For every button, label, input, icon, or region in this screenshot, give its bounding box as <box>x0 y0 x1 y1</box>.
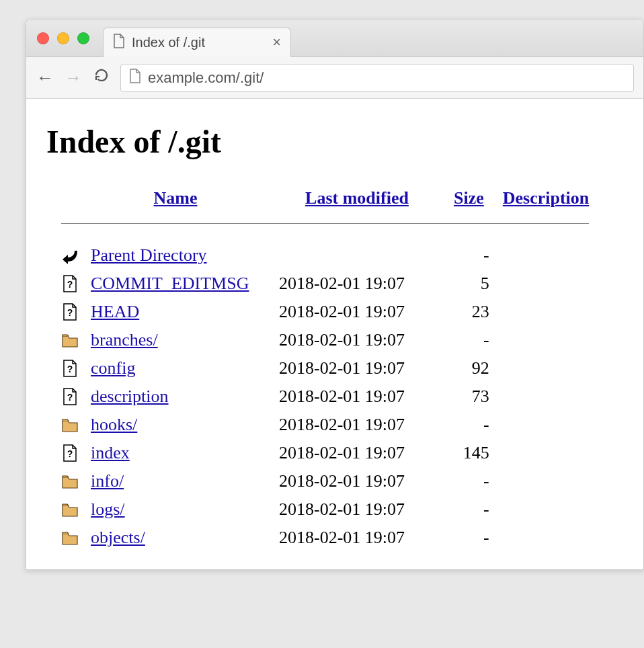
size-cell: 23 <box>444 298 493 326</box>
reload-button[interactable] <box>92 67 111 88</box>
description-cell <box>493 354 599 382</box>
size-cell: - <box>444 241 493 270</box>
svg-text:?: ? <box>67 307 73 318</box>
file-icon: ? <box>52 382 81 411</box>
description-cell <box>493 524 599 552</box>
file-link[interactable]: Parent Directory <box>91 245 207 265</box>
last-modified-cell: 2018-02-01 19:07 <box>270 298 444 326</box>
size-cell: 145 <box>444 439 493 467</box>
address-bar[interactable]: example.com/.git/ <box>120 64 634 92</box>
file-link[interactable]: hooks/ <box>91 415 137 434</box>
last-modified-cell: 2018-02-01 19:07 <box>270 524 444 552</box>
file-link[interactable]: config <box>91 358 135 378</box>
window-titlebar: Index of /.git × <box>26 19 643 57</box>
description-cell <box>493 326 599 354</box>
table-row: hooks/2018-02-01 19:07- <box>52 411 598 439</box>
file-link[interactable]: COMMIT_EDITMSG <box>91 274 249 293</box>
svg-text:?: ? <box>67 364 73 374</box>
table-row: objects/2018-02-01 19:07- <box>52 524 598 552</box>
last-modified-cell: 2018-02-01 19:07 <box>270 270 444 298</box>
maximize-window-button[interactable] <box>77 32 89 44</box>
description-cell <box>493 411 599 439</box>
folder-icon <box>52 326 81 354</box>
last-modified-cell: 2018-02-01 19:07 <box>270 411 444 439</box>
last-modified-cell: 2018-02-01 19:07 <box>270 439 444 467</box>
close-tab-icon[interactable]: × <box>272 34 281 51</box>
file-icon: ? <box>52 298 81 326</box>
column-header-modified[interactable]: Last modified <box>270 184 444 216</box>
description-cell <box>493 241 599 270</box>
file-link[interactable]: description <box>91 387 169 406</box>
site-info-icon[interactable] <box>129 69 141 87</box>
last-modified-cell <box>270 241 444 270</box>
table-row: branches/2018-02-01 19:07- <box>52 326 598 354</box>
parent-directory-icon <box>52 241 81 270</box>
file-name-cell: info/ <box>81 467 270 495</box>
browser-window: Index of /.git × ← → example.com/.git/ I… <box>26 19 644 570</box>
page-title: Index of /.git <box>46 123 623 160</box>
table-row: ?config2018-02-01 19:0792 <box>52 354 598 382</box>
size-cell: 92 <box>444 354 493 382</box>
table-row: Parent Directory- <box>52 241 598 270</box>
svg-text:?: ? <box>67 448 73 459</box>
file-link[interactable]: branches/ <box>91 330 158 350</box>
folder-icon <box>52 495 81 524</box>
page-content: Index of /.git Name Last modified Size D… <box>26 99 643 569</box>
size-cell: 5 <box>444 270 493 298</box>
traffic-lights <box>37 32 89 44</box>
description-cell <box>493 270 599 298</box>
description-cell <box>493 495 599 524</box>
file-icon: ? <box>52 354 81 382</box>
tab-title: Index of /.git <box>132 35 205 50</box>
page-icon <box>113 34 125 52</box>
last-modified-cell: 2018-02-01 19:07 <box>270 326 444 354</box>
file-link[interactable]: objects/ <box>91 528 145 547</box>
file-link[interactable]: index <box>91 443 130 462</box>
file-name-cell: objects/ <box>81 524 270 552</box>
file-link[interactable]: logs/ <box>91 499 125 519</box>
browser-toolbar: ← → example.com/.git/ <box>26 57 643 99</box>
file-name-cell: logs/ <box>81 495 270 524</box>
table-row: ?description2018-02-01 19:0773 <box>52 382 598 411</box>
last-modified-cell: 2018-02-01 19:07 <box>270 382 444 411</box>
folder-icon <box>52 467 81 495</box>
file-icon: ? <box>52 270 81 298</box>
table-row: ?COMMIT_EDITMSG2018-02-01 19:075 <box>52 270 598 298</box>
directory-listing-table: Name Last modified Size Description Pare… <box>52 184 598 552</box>
file-name-cell: description <box>81 382 270 411</box>
size-cell: - <box>444 467 493 495</box>
description-cell <box>493 382 599 411</box>
size-cell: - <box>444 326 493 354</box>
column-header-size[interactable]: Size <box>444 184 493 216</box>
file-name-cell: COMMIT_EDITMSG <box>81 270 270 298</box>
table-row: ?HEAD2018-02-01 19:0723 <box>52 298 598 326</box>
file-name-cell: config <box>81 354 270 382</box>
size-cell: - <box>444 495 493 524</box>
url-text: example.com/.git/ <box>148 69 264 87</box>
back-button[interactable]: ← <box>36 67 54 88</box>
size-cell: 73 <box>444 382 493 411</box>
file-name-cell: branches/ <box>81 326 270 354</box>
column-header-description[interactable]: Description <box>493 184 599 216</box>
last-modified-cell: 2018-02-01 19:07 <box>270 495 444 524</box>
file-name-cell: Parent Directory <box>81 241 270 270</box>
file-link[interactable]: HEAD <box>91 302 139 321</box>
forward-button[interactable]: → <box>64 67 83 88</box>
minimize-window-button[interactable] <box>57 32 69 44</box>
last-modified-cell: 2018-02-01 19:07 <box>270 354 444 382</box>
description-cell <box>493 439 599 467</box>
svg-text:?: ? <box>67 392 73 403</box>
table-row: logs/2018-02-01 19:07- <box>52 495 598 524</box>
file-name-cell: hooks/ <box>81 411 270 439</box>
close-window-button[interactable] <box>37 32 49 44</box>
column-header-name[interactable]: Name <box>81 184 270 216</box>
file-icon: ? <box>52 439 81 467</box>
size-cell: - <box>444 411 493 439</box>
folder-icon <box>52 411 81 439</box>
last-modified-cell: 2018-02-01 19:07 <box>270 467 444 495</box>
file-name-cell: HEAD <box>81 298 270 326</box>
file-link[interactable]: info/ <box>91 471 124 491</box>
table-row: ?index2018-02-01 19:07145 <box>52 439 598 467</box>
browser-tab[interactable]: Index of /.git × <box>103 28 291 57</box>
table-row: info/2018-02-01 19:07- <box>52 467 598 495</box>
